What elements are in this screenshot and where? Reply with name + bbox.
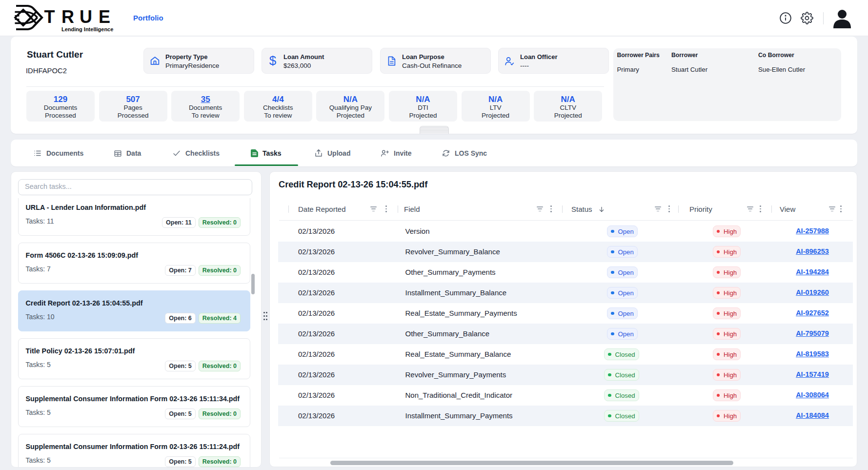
svg-text:T: T — [44, 7, 55, 27]
svg-text:R: R — [61, 7, 74, 27]
svg-text:U: U — [80, 7, 92, 27]
svg-text:Lending Intelligence: Lending Intelligence — [61, 26, 113, 32]
svg-text:E: E — [99, 7, 110, 27]
